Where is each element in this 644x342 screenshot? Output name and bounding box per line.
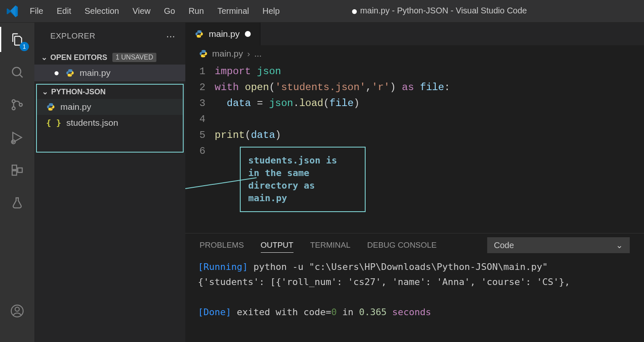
svg-point-10 — [15, 307, 19, 311]
dirty-dot-icon: ● — [53, 67, 60, 78]
chevron-down-icon: ⌄ — [41, 87, 49, 96]
file-main-py[interactable]: main.py — [37, 99, 183, 115]
vscode-logo-icon — [6, 5, 19, 18]
output-channel-select[interactable]: Code ⌄ — [487, 237, 630, 253]
svg-line-1 — [20, 75, 23, 78]
chevron-down-icon: ⌄ — [616, 240, 623, 250]
menu-edit[interactable]: Edit — [54, 5, 73, 18]
explorer-header: EXPLORER ··· — [34, 30, 185, 50]
breadcrumb-file: main.py — [212, 49, 243, 59]
python-file-icon — [195, 29, 204, 39]
project-name: PYTHON-JSON — [51, 88, 106, 96]
file-students-json[interactable]: { } students.json — [37, 115, 183, 131]
select-value: Code — [494, 241, 514, 250]
svg-rect-7 — [12, 171, 17, 175]
unsaved-badge: 1 UNSAVED — [112, 53, 157, 62]
explorer-badge: 1 — [20, 42, 29, 51]
svg-point-4 — [19, 103, 22, 106]
python-file-icon — [65, 68, 75, 78]
run-debug-icon[interactable] — [7, 127, 27, 148]
annotation-connector — [185, 189, 261, 243]
explorer-icon[interactable]: 1 — [7, 29, 27, 49]
file-name: main.py — [60, 102, 91, 112]
panel-tab-output[interactable]: OUTPUT — [261, 238, 293, 253]
python-file-icon — [46, 102, 55, 111]
svg-point-3 — [12, 107, 15, 110]
menu-file[interactable]: File — [27, 5, 46, 18]
open-editors-section[interactable]: ⌄ OPEN EDITORS 1 UNSAVED — [34, 50, 185, 65]
dirty-dot-icon: ● — [351, 5, 358, 17]
project-header[interactable]: ⌄ PYTHON-JSON — [37, 85, 183, 99]
activity-bar: 1 — [0, 23, 34, 342]
open-editor-item[interactable]: ● main.py — [34, 65, 185, 81]
menu-view[interactable]: View — [130, 5, 153, 18]
tab-main-py[interactable]: main.py — [185, 23, 260, 45]
output-content[interactable]: [Running] python -u "c:\Users\HP\Downloa… — [185, 257, 644, 342]
bottom-panel: PROBLEMS OUTPUT TERMINAL DEBUG CONSOLE C… — [185, 233, 644, 342]
titlebar: File Edit Selection View Go Run Terminal… — [0, 0, 644, 23]
editor-area: main.py main.py › ... 1 2 3 4 5 6 import… — [185, 23, 644, 342]
svg-point-0 — [13, 67, 21, 76]
testing-icon[interactable] — [7, 193, 27, 213]
menu-run[interactable]: Run — [186, 5, 207, 18]
explorer-sidebar: EXPLORER ··· ⌄ OPEN EDITORS 1 UNSAVED ● … — [34, 23, 185, 342]
dirty-indicator-icon — [245, 31, 251, 37]
breadcrumb[interactable]: main.py › ... — [185, 45, 644, 62]
panel-tab-terminal[interactable]: TERMINAL — [310, 238, 351, 252]
window-title: ●main.py - Python-JSON - Visual Studio C… — [240, 5, 638, 18]
breadcrumb-rest: ... — [254, 49, 262, 59]
explorer-more-icon[interactable]: ··· — [166, 30, 175, 42]
svg-rect-6 — [12, 165, 17, 170]
panel-tab-debug[interactable]: DEBUG CONSOLE — [367, 238, 437, 252]
source-control-icon[interactable] — [7, 95, 27, 115]
menu-selection[interactable]: Selection — [82, 5, 122, 18]
extensions-icon[interactable] — [7, 160, 27, 180]
svg-point-2 — [12, 100, 15, 103]
open-editor-name: main.py — [80, 68, 111, 78]
json-file-icon: { } — [46, 118, 61, 128]
python-file-icon — [199, 49, 208, 58]
chevron-right-icon: › — [247, 49, 250, 59]
accounts-icon[interactable] — [7, 301, 27, 321]
tab-label: main.py — [209, 29, 240, 39]
search-icon[interactable] — [7, 62, 27, 82]
explorer-title: EXPLORER — [50, 31, 95, 41]
file-name: students.json — [66, 118, 118, 128]
menu-go[interactable]: Go — [161, 5, 178, 18]
chevron-down-icon: ⌄ — [40, 53, 48, 62]
svg-rect-8 — [18, 168, 22, 173]
tab-bar: main.py — [185, 23, 644, 45]
open-editors-label: OPEN EDITORS — [50, 53, 107, 62]
project-section: ⌄ PYTHON-JSON main.py { } students.json — [36, 84, 184, 153]
